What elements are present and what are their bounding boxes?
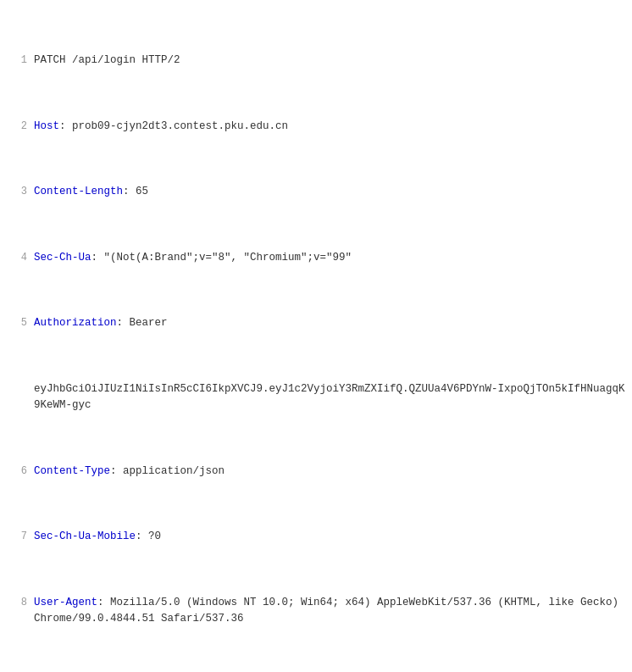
request-line-5: 5 Authorization: Bearer bbox=[0, 315, 632, 331]
request-line-7: 7 Sec-Ch-Ua-Mobile: ?0 bbox=[0, 529, 632, 545]
request-line-8: 8 User-Agent: Mozilla/5.0 (Windows NT 10… bbox=[0, 595, 632, 628]
request-line-3: 3 Content-Length: 65 bbox=[0, 184, 632, 200]
request-line-4: 4 Sec-Ch-Ua: "(Not(A:Brand";v="8", "Chro… bbox=[0, 250, 632, 266]
request-section: 1 PATCH /api/login HTTP/2 2 Host: prob09… bbox=[0, 0, 632, 672]
request-line-1: 1 PATCH /api/login HTTP/2 bbox=[0, 53, 632, 69]
request-line-2: 2 Host: prob09-cjyn2dt3.contest.pku.edu.… bbox=[0, 119, 632, 135]
request-body: 1 PATCH /api/login HTTP/2 2 Host: prob09… bbox=[0, 0, 632, 672]
request-line-6: 6 Content-Type: application/json bbox=[0, 464, 632, 480]
request-line-5-cont: eyJhbGciOiJIUzI1NiIsInR5cCI6IkpXVCJ9.eyJ… bbox=[0, 381, 632, 414]
